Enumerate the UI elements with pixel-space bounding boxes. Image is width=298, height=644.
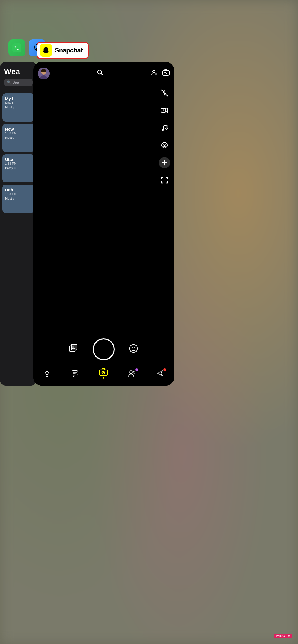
weather-city-3: Deh	[5, 187, 32, 192]
map-tab[interactable]	[43, 370, 51, 377]
weather-time-0: New D	[5, 101, 32, 104]
camera-right-controls	[159, 87, 170, 186]
weather-card-3[interactable]: Deh 1:53 PM Mostly	[2, 185, 34, 213]
weather-condition-3: Mostly	[5, 197, 32, 200]
weather-search-icon: 🔍	[7, 80, 11, 84]
dual-camera-button[interactable]	[159, 105, 170, 116]
svg-point-30	[132, 347, 133, 348]
weather-app-title: Wea	[4, 68, 33, 76]
weather-search-placeholder: Sea	[12, 80, 19, 84]
weather-city-0: My L	[5, 96, 32, 101]
add-friend-button[interactable]	[151, 69, 158, 78]
camera-bottom-controls	[33, 338, 174, 360]
stories-notification-badge	[163, 368, 166, 371]
snapchat-app-name: Snapchat	[55, 47, 83, 54]
weather-condition-0: Mostly	[5, 106, 32, 109]
svg-point-41	[133, 371, 135, 373]
emoji-lens-button[interactable]	[129, 344, 138, 355]
svg-point-29	[130, 345, 137, 352]
snapchat-app-label: Snapchat	[37, 42, 89, 59]
weather-time-2: 1:53 PM	[5, 162, 32, 165]
weather-condition-2: Partly C	[5, 166, 32, 170]
scan-button[interactable]	[159, 175, 170, 186]
snapchat-app	[33, 62, 174, 386]
camera-viewfinder[interactable]	[33, 62, 174, 386]
weather-time-1: 1:53 PM	[5, 131, 32, 135]
svg-rect-4	[41, 70, 46, 72]
svg-point-39	[103, 372, 104, 373]
capture-button[interactable]	[93, 338, 115, 360]
stories-tab[interactable]	[157, 370, 164, 377]
weather-city-1: New	[5, 127, 32, 131]
flip-camera-button[interactable]	[162, 69, 170, 78]
weather-search-bar[interactable]: 🔍 Sea	[4, 79, 33, 86]
snapchat-topbar	[33, 68, 174, 79]
weather-condition-1: Mostly	[5, 136, 32, 139]
user-avatar[interactable]	[38, 68, 50, 79]
svg-point-19	[166, 128, 167, 129]
svg-point-31	[134, 347, 135, 348]
search-button[interactable]	[97, 70, 103, 77]
friends-notification-badge	[135, 368, 138, 371]
music-button[interactable]	[159, 122, 170, 133]
svg-point-8	[153, 70, 155, 73]
bottom-navigation	[33, 363, 174, 386]
svg-point-22	[164, 145, 165, 146]
flash-off-button[interactable]	[159, 87, 170, 99]
svg-line-13	[165, 72, 167, 74]
topbar-right-controls	[151, 69, 170, 78]
phone-app-icon[interactable]	[8, 39, 25, 56]
svg-point-18	[162, 129, 164, 131]
add-button[interactable]	[159, 157, 170, 168]
weather-app-panel: Wea 🔍 Sea My L New D Mostly New 1:53 PM …	[0, 62, 37, 386]
camera-tab[interactable]	[99, 368, 108, 379]
chat-tab[interactable]	[71, 370, 79, 377]
svg-rect-0	[12, 43, 21, 52]
weather-card-1[interactable]: New 1:53 PM Mostly	[2, 124, 34, 152]
svg-point-40	[130, 371, 132, 374]
gallery-button[interactable]	[69, 344, 79, 355]
weather-time-3: 1:53 PM	[5, 192, 32, 196]
snapchat-icon	[40, 44, 52, 57]
watermark: Paint X Lite	[274, 634, 292, 638]
svg-rect-37	[102, 368, 105, 370]
svg-rect-33	[72, 371, 78, 375]
svg-line-7	[101, 73, 103, 75]
weather-card-0[interactable]: My L New D Mostly	[2, 93, 34, 122]
svg-point-32	[46, 371, 48, 374]
weather-city-2: Utta	[5, 157, 32, 162]
friends-tab[interactable]	[128, 370, 136, 377]
svg-rect-12	[165, 69, 167, 71]
weather-card-2[interactable]: Utta 1:53 PM Partly C	[2, 154, 34, 182]
lens-filter-button[interactable]	[159, 140, 170, 151]
active-tab-indicator	[103, 377, 104, 379]
